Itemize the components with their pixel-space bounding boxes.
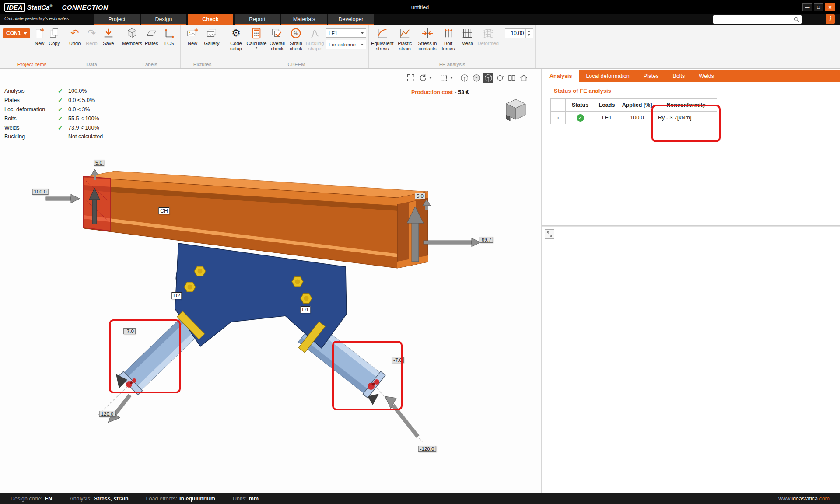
ribbon-group-labels: Members Plates LCS Labels bbox=[119, 24, 181, 68]
view-toolbar bbox=[406, 73, 529, 83]
calculate-button[interactable]: Calculate bbox=[245, 24, 268, 49]
chevron-down-icon[interactable] bbox=[450, 77, 453, 79]
check-ok-icon: ✓ bbox=[58, 97, 68, 104]
members-labels-button[interactable]: Members bbox=[122, 24, 143, 46]
panel-tab-analysis[interactable]: Analysis bbox=[542, 70, 579, 82]
mesh-button[interactable]: Mesh bbox=[458, 24, 477, 46]
tab-design[interactable]: Design bbox=[141, 14, 186, 24]
highlight-rect-right-brace bbox=[332, 341, 402, 410]
load-label: 100.0 bbox=[32, 189, 49, 195]
panel-tab-bolts[interactable]: Bolts bbox=[666, 70, 692, 82]
iso-view-icon[interactable] bbox=[459, 73, 470, 83]
view-cube[interactable] bbox=[501, 96, 530, 124]
toolbar-separator bbox=[435, 74, 435, 82]
load-arrow-69 bbox=[424, 238, 480, 247]
panel-tab-welds[interactable]: Welds bbox=[692, 70, 721, 82]
close-button[interactable]: × bbox=[825, 3, 835, 11]
buckling-shape-button[interactable]: Buckling shape bbox=[305, 24, 324, 51]
main-tab-bar: Calculate yesterday's estimates Project … bbox=[0, 14, 840, 24]
minimize-button[interactable]: — bbox=[802, 3, 812, 11]
shaded-view-icon[interactable] bbox=[483, 73, 494, 83]
check-name: Buckling bbox=[4, 133, 58, 140]
plates-labels-button[interactable]: Plates bbox=[143, 24, 161, 46]
stress-curve-icon bbox=[376, 27, 388, 40]
section-title: Status of FE analysis bbox=[542, 82, 840, 98]
tab-check[interactable]: Check bbox=[188, 14, 233, 24]
main-area: 5.0 100.0 5.0 69.7 CH D2 D1 -7.0 -7.0 12… bbox=[0, 69, 840, 493]
info-button[interactable]: i bbox=[826, 14, 835, 24]
contact-arrows-icon bbox=[421, 27, 434, 40]
ribbon-group-pictures: New Gallery Pictures bbox=[181, 24, 224, 68]
load-case-select[interactable]: LE1 bbox=[326, 28, 366, 38]
tab-materials[interactable]: Materials bbox=[281, 14, 327, 24]
deformed-button[interactable]: Deformed bbox=[477, 24, 500, 46]
gallery-button[interactable]: Gallery bbox=[202, 24, 221, 46]
buckling-icon bbox=[308, 27, 321, 40]
check-value: 73.9 < 100% bbox=[68, 125, 103, 131]
scale-input[interactable] bbox=[505, 29, 525, 38]
lcs-button[interactable]: LCS bbox=[160, 24, 178, 46]
check-value: Not calculated bbox=[68, 133, 103, 140]
panel-tab-plates[interactable]: Plates bbox=[637, 70, 666, 82]
code-setup-button[interactable]: ⚙ Code setup bbox=[227, 24, 245, 51]
load-label: 120.0 bbox=[99, 411, 116, 417]
ribbon-group-data: ↶ Undo ↷ Redo Save Data bbox=[64, 24, 119, 68]
spin-up-icon[interactable] bbox=[528, 31, 530, 32]
save-button[interactable]: Save bbox=[100, 24, 117, 46]
3d-viewport[interactable]: 5.0 100.0 5.0 69.7 CH D2 D1 -7.0 -7.0 12… bbox=[0, 69, 541, 494]
results-tab-bar: Analysis Local deformation Plates Bolts … bbox=[542, 70, 840, 82]
check-name: Loc. deformation bbox=[4, 106, 58, 112]
plastic-strain-button[interactable]: Plastic strain bbox=[394, 24, 416, 51]
copy-button[interactable]: Copy bbox=[47, 24, 62, 46]
deformed-grid-icon bbox=[482, 27, 494, 40]
stress-in-contacts-button[interactable]: Stress in contacts bbox=[416, 24, 439, 51]
undo-button[interactable]: ↶ Undo bbox=[66, 24, 83, 46]
split-view-icon[interactable] bbox=[507, 73, 517, 83]
redo-button[interactable]: ↷ Redo bbox=[83, 24, 100, 46]
svg-text:%: % bbox=[294, 31, 298, 36]
tab-project[interactable]: Project bbox=[94, 14, 140, 24]
unfold-view-icon[interactable] bbox=[495, 73, 505, 83]
section-box-icon[interactable] bbox=[438, 73, 449, 83]
new-picture-button[interactable]: New bbox=[183, 24, 202, 46]
results-panel: Analysis Local deformation Plates Bolts … bbox=[542, 69, 840, 493]
status-ok-icon: ✓ bbox=[577, 114, 584, 122]
search-box[interactable] bbox=[713, 15, 802, 24]
tab-developer[interactable]: Developer bbox=[328, 14, 374, 24]
row-expander[interactable]: › bbox=[551, 112, 566, 124]
chevron-down-icon[interactable] bbox=[429, 77, 432, 79]
extreme-select[interactable]: For extreme bbox=[326, 40, 366, 49]
group-label-cbfem: CBFEM bbox=[224, 62, 368, 67]
beam-member-ch[interactable] bbox=[84, 171, 428, 268]
website-link[interactable]: www.ideastatica.com bbox=[778, 496, 830, 502]
overall-check-button[interactable]: Overall check bbox=[268, 24, 287, 51]
col-loads: Loads bbox=[595, 99, 619, 112]
fit-view-icon[interactable] bbox=[406, 73, 416, 83]
maximize-button[interactable]: □ bbox=[814, 3, 823, 11]
panel-tab-local-deformation[interactable]: Local deformation bbox=[579, 70, 636, 82]
deformed-scale-spinner[interactable] bbox=[505, 28, 533, 38]
equivalent-stress-button[interactable]: Equivalent stress bbox=[371, 24, 394, 51]
spinner-arrows[interactable] bbox=[525, 29, 532, 38]
loads-cell: LE1 bbox=[595, 112, 619, 124]
expand-pane-button[interactable] bbox=[545, 229, 554, 239]
highlight-rect-left-brace bbox=[109, 319, 181, 393]
load-effect-selectors: LE1 For extreme bbox=[326, 24, 366, 51]
connection-selector[interactable]: CON1 bbox=[3, 28, 30, 38]
strain-check-button[interactable]: % Strain check bbox=[287, 24, 305, 51]
app-name: CONNECTION bbox=[62, 4, 108, 11]
new-item-button[interactable]: New bbox=[32, 24, 47, 46]
load-label: 5.0 bbox=[415, 193, 425, 199]
mesh-grid-icon bbox=[461, 27, 473, 40]
search-input[interactable] bbox=[713, 17, 793, 22]
save-icon bbox=[102, 27, 115, 40]
tab-report[interactable]: Report bbox=[234, 14, 280, 24]
bolt-forces-button[interactable]: Bolt forces bbox=[439, 24, 458, 51]
rotate-view-icon[interactable] bbox=[417, 73, 428, 83]
redo-icon: ↷ bbox=[88, 27, 96, 40]
member-label-d2: D2 bbox=[172, 292, 182, 299]
front-view-icon[interactable] bbox=[471, 73, 482, 83]
spin-down-icon[interactable] bbox=[528, 34, 530, 36]
home-view-icon[interactable] bbox=[518, 73, 529, 83]
col-applied: Applied [%] bbox=[619, 99, 655, 112]
